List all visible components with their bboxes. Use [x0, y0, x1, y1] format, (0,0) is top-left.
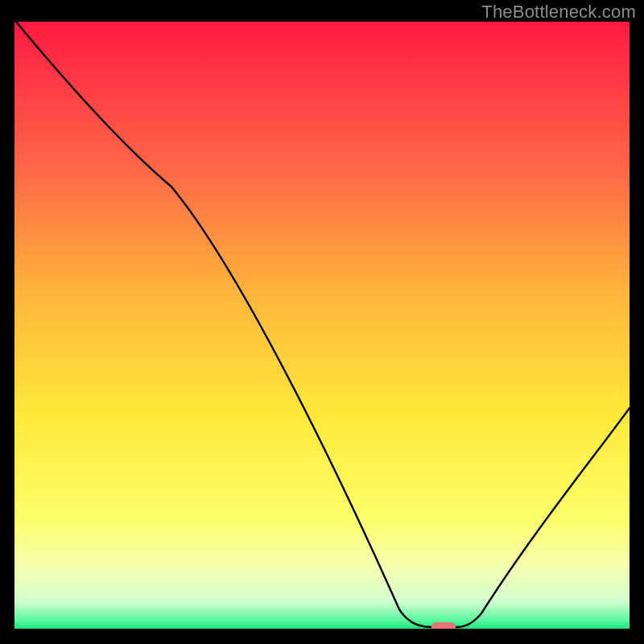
gradient-background [14, 22, 630, 629]
chart-frame: TheBottleneck.com [0, 0, 644, 644]
chart-svg [14, 22, 630, 629]
optimal-marker [431, 622, 456, 629]
bottleneck-chart [14, 22, 630, 629]
watermark-text: TheBottleneck.com [481, 2, 636, 23]
